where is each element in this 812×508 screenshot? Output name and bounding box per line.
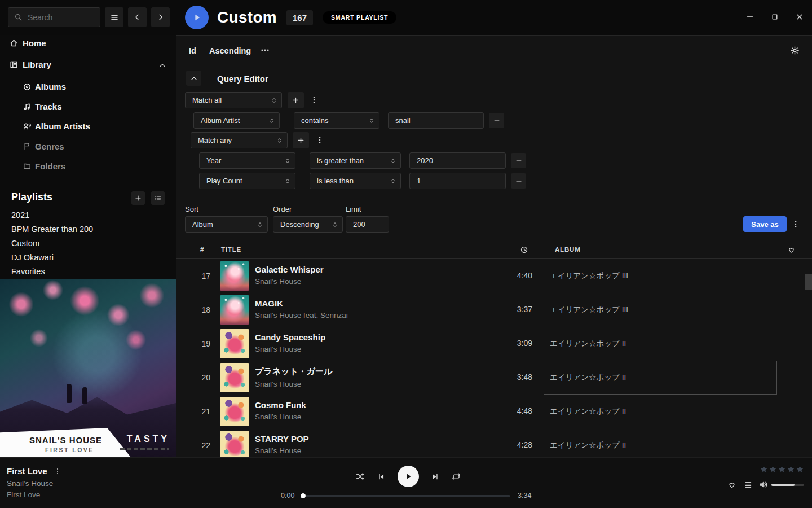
play-pause-button[interactable] xyxy=(398,466,419,487)
queue-button[interactable] xyxy=(744,480,753,489)
sidebar-item-album-artists[interactable]: Album Artists xyxy=(23,121,90,131)
table-row[interactable]: 22STARRY POPSnail’s House4:28エイリアン☆ポップ I… xyxy=(176,428,812,457)
settings-button[interactable] xyxy=(790,46,800,55)
playlist-item[interactable]: BPM Greater than 200 xyxy=(11,225,93,234)
sidebar-item-tracks[interactable]: Tracks xyxy=(23,102,62,111)
maximize-button[interactable] xyxy=(770,12,779,21)
column-album[interactable]: ALBUM xyxy=(555,246,581,253)
sidebar-item-genres[interactable]: Genres xyxy=(23,142,64,151)
rating-star[interactable] xyxy=(787,465,795,474)
column-title[interactable]: TITLE xyxy=(221,246,241,253)
column-index[interactable]: # xyxy=(200,246,204,253)
seek-knob[interactable] xyxy=(301,493,306,498)
column-favorite-icon[interactable] xyxy=(787,246,796,254)
query-editor-title: Query Editor xyxy=(217,74,268,84)
shuffle-button[interactable] xyxy=(355,471,365,481)
sidebar-item-albums[interactable]: Albums xyxy=(23,82,66,91)
track-artist: Snail’s House xyxy=(255,413,306,421)
play-icon xyxy=(404,472,413,481)
root-group-options-button[interactable] xyxy=(310,95,319,104)
rule-value-input[interactable]: snail xyxy=(388,112,484,129)
more-options-button[interactable] xyxy=(260,45,270,55)
track-album[interactable]: エイリアン☆ポップ II xyxy=(544,395,777,428)
rule-field-select[interactable]: Year xyxy=(199,152,295,169)
track-info: Galactic WhisperSnail’s House xyxy=(255,265,324,286)
remove-rule-button[interactable] xyxy=(489,113,504,128)
track-album[interactable]: エイリアン☆ポップ II xyxy=(544,327,777,361)
rule-operator-select[interactable]: contains xyxy=(294,112,379,129)
root-match-select[interactable]: Match all xyxy=(185,92,282,108)
volume-icon[interactable] xyxy=(758,480,768,489)
rule-field-select[interactable]: Album Artist xyxy=(193,112,280,129)
sort-direction-button[interactable]: Ascending xyxy=(209,46,251,55)
query-editor-collapse-button[interactable] xyxy=(186,71,201,86)
rule-value-input[interactable]: 1 xyxy=(409,173,506,189)
add-playlist-button[interactable] xyxy=(131,191,145,205)
rule-value-input[interactable]: 2020 xyxy=(409,152,506,169)
search-input[interactable]: Search xyxy=(8,7,100,27)
scrollbar-thumb[interactable] xyxy=(805,274,812,290)
table-row[interactable]: 19Candy SpaceshipSnail’s House3:09エイリアン☆… xyxy=(176,327,812,361)
close-button[interactable] xyxy=(795,12,804,21)
sidebar-item-home[interactable]: Home xyxy=(9,38,46,48)
group-options-button[interactable] xyxy=(315,135,324,144)
playlist-item[interactable]: 2021 xyxy=(11,211,29,220)
rule-operator-select[interactable]: is greater than xyxy=(310,152,401,169)
rule-field-select-value: Year xyxy=(206,156,221,165)
table-row[interactable]: 17Galactic WhisperSnail’s House4:40エイリアン… xyxy=(176,259,812,293)
nav-back-button[interactable] xyxy=(128,7,147,27)
save-as-button[interactable]: Save as xyxy=(743,216,787,232)
previous-track-button[interactable] xyxy=(377,472,386,481)
rule-operator-select[interactable]: is less than xyxy=(310,173,401,189)
track-options-button[interactable] xyxy=(54,467,61,475)
rating-star[interactable] xyxy=(769,465,777,474)
table-row[interactable]: 21Cosmo FunkSnail’s House4:48エイリアン☆ポップ I… xyxy=(176,395,812,428)
remove-rule-button[interactable] xyxy=(511,173,526,189)
library-collapse-icon[interactable] xyxy=(158,62,166,69)
track-title: Galactic Whisper xyxy=(255,265,324,274)
group-match-select[interactable]: Match any xyxy=(191,132,288,148)
track-album[interactable]: エイリアン☆ポップ III xyxy=(544,259,777,293)
playlist-options-button[interactable] xyxy=(151,191,165,205)
minimize-button[interactable] xyxy=(745,12,754,21)
track-number: 19 xyxy=(176,339,210,348)
favorite-button[interactable] xyxy=(727,480,736,489)
rating-star[interactable] xyxy=(760,465,768,474)
play-playlist-button[interactable] xyxy=(185,6,209,29)
nav-forward-button[interactable] xyxy=(151,7,170,27)
rule-field-select[interactable]: Play Count xyxy=(199,173,295,189)
track-album[interactable]: エイリアン☆ポップ II xyxy=(544,428,777,457)
sidebar-item-library[interactable]: Library xyxy=(9,60,51,69)
chevron-up-icon xyxy=(190,75,198,82)
add-rule-button[interactable] xyxy=(288,92,304,108)
sort-field-button[interactable]: Id xyxy=(189,46,196,55)
seek-bar[interactable] xyxy=(302,495,510,497)
table-row[interactable]: 20プラネット・ガールSnail’s House3:48エイリアン☆ポップ II xyxy=(176,361,812,395)
save-options-button[interactable] xyxy=(791,220,800,229)
track-info: Candy SpaceshipSnail’s House xyxy=(255,332,325,353)
sidebar-item-folders[interactable]: Folders xyxy=(23,161,65,171)
order-select[interactable]: Descending xyxy=(273,216,343,233)
sidebar-item-label: Album Artists xyxy=(35,121,90,131)
select-arrows-icon xyxy=(257,221,263,228)
add-group-rule-button[interactable] xyxy=(293,132,309,148)
rating-star[interactable] xyxy=(778,465,786,474)
volume-slider[interactable] xyxy=(771,484,804,486)
repeat-button[interactable] xyxy=(451,471,461,481)
sort-select[interactable]: Album xyxy=(185,216,268,233)
column-duration-icon[interactable] xyxy=(520,246,528,254)
rule-field-select-value: Play Count xyxy=(206,177,242,185)
playlist-item[interactable]: DJ Okawari xyxy=(11,253,54,262)
track-duration: 4:40 xyxy=(487,271,532,280)
menu-button[interactable] xyxy=(105,7,123,27)
track-album[interactable]: エイリアン☆ポップ III xyxy=(544,293,777,327)
next-track-button[interactable] xyxy=(431,472,439,481)
limit-input[interactable]: 200 xyxy=(346,216,389,233)
table-row[interactable]: 18MAGIKSnail’s House feat. Sennzai3:37エイ… xyxy=(176,293,812,327)
track-album[interactable]: エイリアン☆ポップ II xyxy=(544,361,777,395)
playlist-item[interactable]: Favorites xyxy=(11,267,45,276)
playlist-item[interactable]: Custom xyxy=(11,239,39,248)
track-number: 17 xyxy=(176,271,210,281)
remove-rule-button[interactable] xyxy=(511,153,526,168)
rating-star[interactable] xyxy=(796,465,804,474)
